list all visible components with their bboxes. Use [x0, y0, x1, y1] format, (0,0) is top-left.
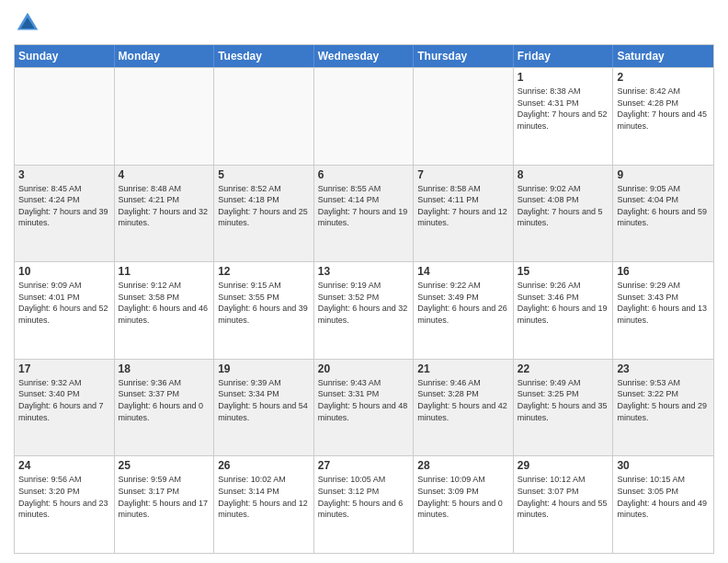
day-info: Sunrise: 8:38 AM Sunset: 4:31 PM Dayligh… [518, 86, 609, 132]
day-number: 15 [518, 265, 609, 278]
calendar-cell-2: 2Sunrise: 8:42 AM Sunset: 4:28 PM Daylig… [613, 68, 713, 165]
header [14, 9, 714, 37]
logo [14, 9, 46, 37]
calendar-cell-14: 14Sunrise: 9:22 AM Sunset: 3:49 PM Dayli… [414, 262, 514, 359]
calendar-header: SundayMondayTuesdayWednesdayThursdayFrid… [15, 45, 713, 67]
day-number: 8 [518, 168, 609, 181]
calendar-cell-empty-0-1 [115, 68, 215, 165]
day-number: 10 [18, 265, 110, 278]
day-info: Sunrise: 9:56 AM Sunset: 3:20 PM Dayligh… [18, 474, 110, 520]
calendar-cell-25: 25Sunrise: 9:59 AM Sunset: 3:17 PM Dayli… [115, 456, 215, 553]
header-day-wednesday: Wednesday [314, 45, 415, 67]
calendar-cell-10: 10Sunrise: 9:09 AM Sunset: 4:01 PM Dayli… [15, 262, 115, 359]
day-number: 21 [417, 362, 509, 375]
day-info: Sunrise: 9:26 AM Sunset: 3:46 PM Dayligh… [518, 280, 609, 326]
calendar-cell-4: 4Sunrise: 8:48 AM Sunset: 4:21 PM Daylig… [115, 166, 215, 262]
day-number: 6 [318, 168, 410, 181]
day-info: Sunrise: 10:12 AM Sunset: 3:07 PM Daylig… [518, 474, 609, 520]
day-info: Sunrise: 9:02 AM Sunset: 4:08 PM Dayligh… [518, 183, 609, 229]
day-info: Sunrise: 8:52 AM Sunset: 4:18 PM Dayligh… [218, 183, 310, 229]
day-info: Sunrise: 9:29 AM Sunset: 3:43 PM Dayligh… [617, 280, 710, 326]
calendar-cell-22: 22Sunrise: 9:49 AM Sunset: 3:25 PM Dayli… [514, 360, 614, 456]
calendar-cell-30: 30Sunrise: 10:15 AM Sunset: 3:05 PM Dayl… [613, 456, 713, 553]
calendar-cell-13: 13Sunrise: 9:19 AM Sunset: 3:52 PM Dayli… [314, 262, 415, 359]
day-info: Sunrise: 9:46 AM Sunset: 3:28 PM Dayligh… [417, 377, 509, 423]
calendar-cell-15: 15Sunrise: 9:26 AM Sunset: 3:46 PM Dayli… [514, 262, 614, 359]
day-number: 24 [18, 459, 110, 472]
calendar-cell-17: 17Sunrise: 9:32 AM Sunset: 3:40 PM Dayli… [15, 360, 115, 456]
day-number: 7 [417, 168, 509, 181]
calendar-cell-3: 3Sunrise: 8:45 AM Sunset: 4:24 PM Daylig… [15, 166, 115, 262]
day-number: 25 [119, 459, 210, 472]
calendar-body: 1Sunrise: 8:38 AM Sunset: 4:31 PM Daylig… [15, 67, 713, 553]
logo-icon [14, 9, 41, 37]
page: SundayMondayTuesdayWednesdayThursdayFrid… [0, 0, 728, 563]
day-info: Sunrise: 9:22 AM Sunset: 3:49 PM Dayligh… [417, 280, 509, 326]
calendar-cell-empty-0-0 [15, 68, 115, 165]
day-info: Sunrise: 8:45 AM Sunset: 4:24 PM Dayligh… [18, 183, 110, 229]
header-day-sunday: Sunday [15, 45, 115, 67]
day-info: Sunrise: 9:32 AM Sunset: 3:40 PM Dayligh… [18, 377, 110, 423]
day-number: 19 [218, 362, 310, 375]
day-number: 1 [518, 71, 609, 84]
calendar: SundayMondayTuesdayWednesdayThursdayFrid… [14, 44, 714, 554]
day-info: Sunrise: 8:58 AM Sunset: 4:11 PM Dayligh… [417, 183, 509, 229]
calendar-cell-20: 20Sunrise: 9:43 AM Sunset: 3:31 PM Dayli… [314, 360, 415, 456]
calendar-cell-19: 19Sunrise: 9:39 AM Sunset: 3:34 PM Dayli… [214, 360, 314, 456]
day-number: 9 [617, 168, 710, 181]
day-info: Sunrise: 9:09 AM Sunset: 4:01 PM Dayligh… [18, 280, 110, 326]
day-number: 13 [318, 265, 410, 278]
day-number: 2 [617, 71, 710, 84]
calendar-week-4: 17Sunrise: 9:32 AM Sunset: 3:40 PM Dayli… [15, 359, 713, 456]
day-info: Sunrise: 9:36 AM Sunset: 3:37 PM Dayligh… [119, 377, 210, 423]
calendar-cell-7: 7Sunrise: 8:58 AM Sunset: 4:11 PM Daylig… [414, 166, 514, 262]
calendar-cell-21: 21Sunrise: 9:46 AM Sunset: 3:28 PM Dayli… [414, 360, 514, 456]
day-number: 23 [617, 362, 710, 375]
calendar-cell-9: 9Sunrise: 9:05 AM Sunset: 4:04 PM Daylig… [613, 166, 713, 262]
day-info: Sunrise: 9:19 AM Sunset: 3:52 PM Dayligh… [318, 280, 410, 326]
day-info: Sunrise: 9:53 AM Sunset: 3:22 PM Dayligh… [617, 377, 710, 423]
calendar-cell-24: 24Sunrise: 9:56 AM Sunset: 3:20 PM Dayli… [15, 456, 115, 553]
calendar-week-3: 10Sunrise: 9:09 AM Sunset: 4:01 PM Dayli… [15, 261, 713, 359]
day-number: 26 [218, 459, 310, 472]
calendar-cell-23: 23Sunrise: 9:53 AM Sunset: 3:22 PM Dayli… [613, 360, 713, 456]
calendar-cell-27: 27Sunrise: 10:05 AM Sunset: 3:12 PM Dayl… [314, 456, 415, 553]
calendar-cell-empty-0-4 [414, 68, 514, 165]
calendar-cell-18: 18Sunrise: 9:36 AM Sunset: 3:37 PM Dayli… [115, 360, 215, 456]
day-number: 11 [119, 265, 210, 278]
day-number: 12 [218, 265, 310, 278]
calendar-cell-29: 29Sunrise: 10:12 AM Sunset: 3:07 PM Dayl… [514, 456, 614, 553]
day-number: 29 [518, 459, 609, 472]
day-number: 27 [318, 459, 410, 472]
calendar-cell-26: 26Sunrise: 10:02 AM Sunset: 3:14 PM Dayl… [214, 456, 314, 553]
header-day-tuesday: Tuesday [214, 45, 314, 67]
day-info: Sunrise: 9:39 AM Sunset: 3:34 PM Dayligh… [218, 377, 310, 423]
day-number: 20 [318, 362, 410, 375]
calendar-week-5: 24Sunrise: 9:56 AM Sunset: 3:20 PM Dayli… [15, 455, 713, 553]
calendar-cell-11: 11Sunrise: 9:12 AM Sunset: 3:58 PM Dayli… [115, 262, 215, 359]
calendar-cell-6: 6Sunrise: 8:55 AM Sunset: 4:14 PM Daylig… [314, 166, 415, 262]
day-number: 14 [417, 265, 509, 278]
day-info: Sunrise: 8:48 AM Sunset: 4:21 PM Dayligh… [119, 183, 210, 229]
day-info: Sunrise: 9:12 AM Sunset: 3:58 PM Dayligh… [119, 280, 210, 326]
day-info: Sunrise: 9:15 AM Sunset: 3:55 PM Dayligh… [218, 280, 310, 326]
day-number: 18 [119, 362, 210, 375]
day-info: Sunrise: 10:02 AM Sunset: 3:14 PM Daylig… [218, 474, 310, 520]
day-number: 22 [518, 362, 609, 375]
day-info: Sunrise: 9:05 AM Sunset: 4:04 PM Dayligh… [617, 183, 710, 229]
day-number: 30 [617, 459, 710, 472]
day-number: 4 [119, 168, 210, 181]
day-info: Sunrise: 9:59 AM Sunset: 3:17 PM Dayligh… [119, 474, 210, 520]
day-number: 3 [18, 168, 110, 181]
calendar-cell-empty-0-2 [214, 68, 314, 165]
calendar-cell-8: 8Sunrise: 9:02 AM Sunset: 4:08 PM Daylig… [514, 166, 614, 262]
calendar-cell-16: 16Sunrise: 9:29 AM Sunset: 3:43 PM Dayli… [613, 262, 713, 359]
calendar-cell-5: 5Sunrise: 8:52 AM Sunset: 4:18 PM Daylig… [214, 166, 314, 262]
header-day-thursday: Thursday [414, 45, 514, 67]
calendar-week-2: 3Sunrise: 8:45 AM Sunset: 4:24 PM Daylig… [15, 165, 713, 262]
calendar-week-1: 1Sunrise: 8:38 AM Sunset: 4:31 PM Daylig… [15, 67, 713, 165]
day-number: 16 [617, 265, 710, 278]
day-number: 17 [18, 362, 110, 375]
calendar-cell-1: 1Sunrise: 8:38 AM Sunset: 4:31 PM Daylig… [514, 68, 614, 165]
day-info: Sunrise: 9:49 AM Sunset: 3:25 PM Dayligh… [518, 377, 609, 423]
